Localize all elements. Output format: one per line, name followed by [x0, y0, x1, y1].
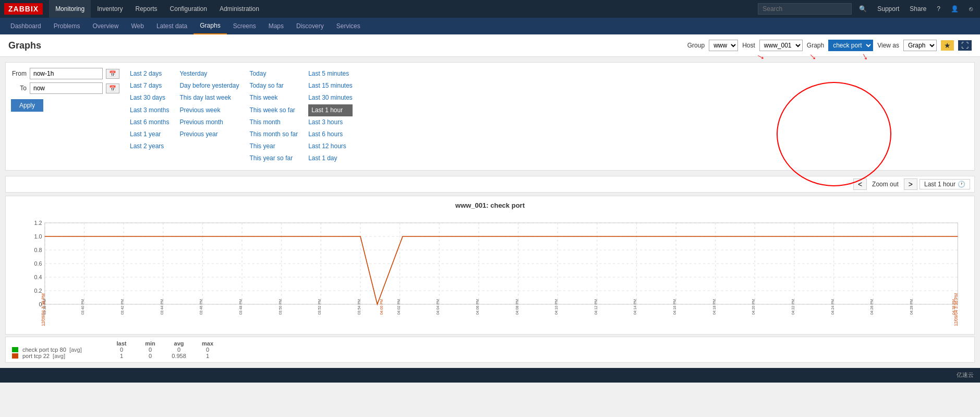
qr-last-1-hour[interactable]: Last 1 hour: [308, 104, 353, 116]
from-label: From: [11, 70, 27, 77]
qr-today[interactable]: Today: [249, 68, 298, 80]
graph-select[interactable]: check port: [828, 40, 873, 51]
svg-text:04:10 PM: 04:10 PM: [554, 299, 559, 315]
qr-last-2-days[interactable]: Last 2 days: [130, 68, 169, 80]
to-label: To: [11, 85, 27, 92]
legend-avg-1: 0: [163, 347, 195, 353]
support-link[interactable]: Support: [874, 5, 902, 13]
qr-last-3-hours[interactable]: Last 3 hours: [308, 116, 353, 128]
qr-this-week-so-far[interactable]: This week so far: [249, 104, 298, 116]
svg-text:12/09/01 3:38 PM: 12/09/01 3:38 PM: [41, 293, 46, 326]
svg-text:03:52 PM: 03:52 PM: [317, 299, 322, 315]
time-panel: From 📅 To 📅 Apply Last 2 days Last 7 day…: [5, 62, 975, 171]
qr-last-12-hours[interactable]: Last 12 hours: [308, 140, 353, 152]
svg-rect-0: [11, 212, 969, 327]
legend-header-avg: avg: [163, 340, 195, 347]
qr-yesterday[interactable]: Yesterday: [179, 68, 239, 80]
graph-label: Graph: [807, 42, 824, 49]
qr-last-1-day[interactable]: Last 1 day: [308, 152, 353, 164]
qr-this-year-so-far[interactable]: This year so far: [249, 152, 298, 164]
legend-label-2: port tcp 22 [avg]: [22, 353, 106, 359]
qr-today-so-far[interactable]: Today so far: [249, 80, 298, 92]
time-inputs: From 📅 To 📅 Apply: [11, 68, 119, 112]
secondnav-services[interactable]: Services: [330, 18, 367, 34]
qr-last-1-year[interactable]: Last 1 year: [130, 128, 169, 140]
svg-text:04:04 PM: 04:04 PM: [435, 299, 440, 315]
topnav-inventory[interactable]: Inventory: [91, 0, 129, 18]
svg-text:04:14 PM: 04:14 PM: [633, 299, 637, 315]
zoom-out-label: Zoom out: [869, 181, 902, 188]
legend: last min avg max check port tcp 80 [avg]…: [5, 337, 975, 363]
svg-text:1.0: 1.0: [34, 234, 42, 240]
help-icon[interactable]: ?: [934, 5, 943, 13]
svg-text:0.6: 0.6: [34, 261, 42, 267]
logo[interactable]: ZABBIX: [4, 3, 43, 15]
secondnav-problems[interactable]: Problems: [47, 18, 87, 34]
qr-day-before-yesterday[interactable]: Day before yesterday: [179, 80, 239, 92]
qr-this-week[interactable]: This week: [249, 92, 298, 104]
qr-previous-month[interactable]: Previous month: [179, 116, 239, 128]
next-button[interactable]: >: [904, 178, 917, 190]
from-input[interactable]: [30, 68, 103, 79]
svg-text:04:18 PM: 04:18 PM: [711, 299, 716, 315]
svg-text:0.8: 0.8: [34, 247, 42, 253]
view-as-select[interactable]: Graph: [903, 40, 937, 51]
qr-previous-week[interactable]: Previous week: [179, 104, 239, 116]
search-icon[interactable]: 🔍: [856, 5, 870, 13]
svg-text:04:22 PM: 04:22 PM: [791, 299, 795, 315]
secondnav-latest-data[interactable]: Latest data: [150, 18, 193, 34]
user-icon[interactable]: 👤: [948, 5, 962, 13]
secondnav-discovery[interactable]: Discovery: [290, 18, 330, 34]
svg-text:04:06 PM: 04:06 PM: [475, 299, 480, 315]
legend-header-max: max: [195, 340, 221, 347]
topnav-configuration[interactable]: Configuration: [164, 0, 213, 18]
qr-this-year[interactable]: This year: [249, 140, 298, 152]
from-calendar-button[interactable]: 📅: [106, 69, 119, 79]
qr-last-2-years[interactable]: Last 2 years: [130, 140, 169, 152]
qr-last-30-min[interactable]: Last 30 minutes: [308, 92, 353, 104]
page-header: Graphs Group www Host www_001 Graph chec…: [0, 34, 980, 57]
svg-text:04:26 PM: 04:26 PM: [869, 299, 874, 315]
graph-title: www_001: check port: [11, 201, 969, 209]
svg-text:04:20 PM: 04:20 PM: [751, 299, 756, 315]
qr-this-day-last-week[interactable]: This day last week: [179, 92, 239, 104]
from-row: From 📅: [11, 68, 119, 79]
logout-icon[interactable]: ⎋: [966, 5, 976, 13]
qr-col1: Last 2 days Last 7 days Last 30 days Las…: [130, 68, 169, 165]
topnav-administration[interactable]: Administration: [213, 0, 265, 18]
qr-this-month-so-far[interactable]: This month so far: [249, 128, 298, 140]
bottom-label: 亿速云: [957, 371, 974, 379]
qr-last-30-days[interactable]: Last 30 days: [130, 92, 169, 104]
favourite-button[interactable]: ★: [941, 40, 954, 51]
share-link[interactable]: Share: [906, 5, 929, 13]
group-select[interactable]: www: [709, 40, 738, 51]
svg-text:03:42 PM: 03:42 PM: [120, 299, 125, 315]
qr-last-5-min[interactable]: Last 5 minutes: [308, 68, 353, 80]
host-select[interactable]: www_001: [759, 40, 803, 51]
qr-last-15-min[interactable]: Last 15 minutes: [308, 80, 353, 92]
topnav-monitoring[interactable]: Monitoring: [49, 0, 91, 18]
apply-button[interactable]: Apply: [11, 99, 43, 112]
qr-last-7-days[interactable]: Last 7 days: [130, 80, 169, 92]
prev-button[interactable]: <: [853, 178, 867, 190]
secondnav-web[interactable]: Web: [125, 18, 150, 34]
legend-last-1: 0: [106, 347, 137, 353]
secondnav-dashboard[interactable]: Dashboard: [4, 18, 47, 34]
secondnav-graphs[interactable]: Graphs: [193, 18, 226, 34]
secondnav-screens[interactable]: Screens: [227, 18, 262, 34]
qr-this-month[interactable]: This month: [249, 116, 298, 128]
fullscreen-button[interactable]: ⛶: [958, 40, 972, 51]
secondnav-overview[interactable]: Overview: [86, 18, 125, 34]
to-calendar-button[interactable]: 📅: [106, 84, 119, 93]
qr-last-3-months[interactable]: Last 3 months: [130, 104, 169, 116]
topnav-reports[interactable]: Reports: [129, 0, 164, 18]
to-input[interactable]: [30, 82, 103, 94]
secondnav-maps[interactable]: Maps: [262, 18, 290, 34]
qr-col3: Today Today so far This week This week s…: [249, 68, 298, 165]
legend-min-1: 0: [137, 347, 163, 353]
qr-previous-year[interactable]: Previous year: [179, 128, 239, 140]
search-input[interactable]: [758, 3, 852, 15]
qr-last-6-months[interactable]: Last 6 months: [130, 116, 169, 128]
legend-label-1: check port tcp 80 [avg]: [22, 347, 106, 353]
qr-last-6-hours[interactable]: Last 6 hours: [308, 128, 353, 140]
